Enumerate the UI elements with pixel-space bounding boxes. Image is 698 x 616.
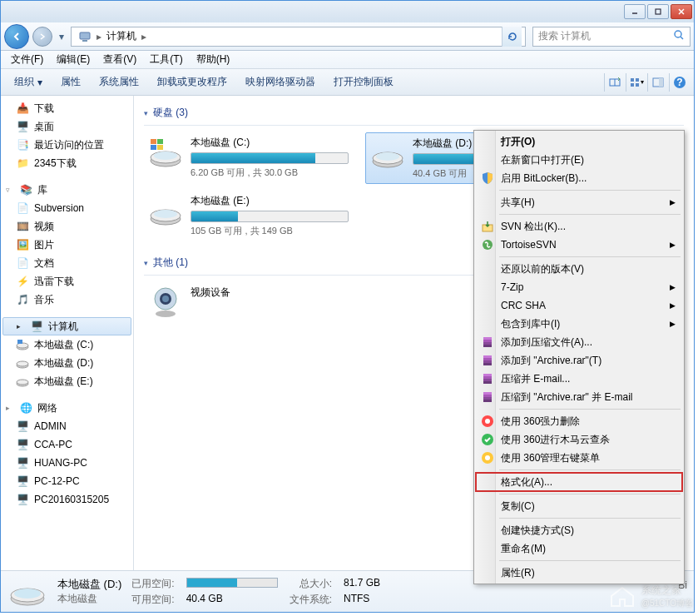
sidebar-drive[interactable]: 本地磁盘 (D:) (1, 354, 133, 372)
sidebar-drive[interactable]: 本地磁盘 (C:) (1, 335, 133, 354)
svg-point-24 (17, 380, 28, 385)
context-item[interactable]: 压缩并 E-mail... (476, 370, 682, 388)
close-button[interactable] (671, 4, 692, 19)
sidebar-drive[interactable]: 本地磁盘 (E:) (1, 372, 133, 390)
context-item[interactable]: 重命名(M) (476, 539, 682, 558)
context-item[interactable]: 包含到库中(I) ▶ (476, 315, 682, 333)
refresh-button[interactable] (502, 27, 522, 47)
view-icon-2[interactable]: ▾ (626, 73, 646, 92)
context-item[interactable]: 创建快捷方式(S) (476, 521, 682, 539)
sidebar-item[interactable]: 📄文档 (1, 254, 133, 272)
sidebar-item[interactable]: 📄Subversion (1, 199, 133, 217)
device-item[interactable]: 视频设备 (144, 282, 352, 322)
svn-icon: 📄 (16, 201, 29, 215)
context-separator (499, 469, 681, 470)
help-icon[interactable]: ? (669, 73, 689, 92)
rar-icon (479, 390, 496, 405)
minimize-button[interactable] (624, 4, 646, 19)
context-item[interactable]: 还原以前的版本(V) (476, 260, 682, 278)
context-item-label: 使用 360强力删除 (501, 415, 580, 429)
sidebar-network[interactable]: ▸🌐网络 (1, 399, 133, 417)
context-item[interactable]: 打开(O) (476, 132, 682, 151)
context-item[interactable]: TortoiseSVN ▶ (476, 236, 682, 254)
forward-button[interactable] (32, 27, 52, 47)
sidebar-item-label: 视频 (34, 220, 54, 234)
sidebar-item[interactable]: 📑最近访问的位置 (1, 136, 133, 154)
context-item[interactable]: 添加到 "Archive.rar"(T) (476, 351, 682, 370)
context-item[interactable]: 在新窗口中打开(E) (476, 151, 682, 169)
context-item[interactable]: 复制(C) (476, 497, 682, 515)
view-icon-1[interactable] (604, 73, 624, 92)
sidebar-item[interactable]: 🎵音乐 (1, 291, 133, 309)
back-button[interactable] (4, 24, 29, 49)
context-item[interactable]: 格式化(A)... (476, 473, 682, 491)
sidebar-network-pc[interactable]: 🖥️PC20160315205 (1, 490, 133, 509)
status-subtitle: 本地磁盘 (57, 592, 121, 606)
breadcrumb-computer[interactable]: 计算机 (103, 29, 140, 43)
context-separator (499, 518, 681, 519)
context-item[interactable]: CRC SHA ▶ (476, 296, 682, 315)
sidebar-computer[interactable]: ▸🖥️计算机 (2, 317, 131, 335)
svg-rect-15 (659, 78, 663, 87)
menu-help[interactable]: 帮助(H) (190, 51, 237, 68)
sidebar-network-pc[interactable]: 🖥️CCA-PC (1, 435, 133, 454)
context-item[interactable]: 使用 360管理右键菜单 (476, 449, 682, 467)
context-item[interactable]: 属性(R) (476, 564, 682, 582)
context-item-label: 7-Zip (501, 281, 523, 293)
sidebar-item-label: 图片 (34, 238, 54, 252)
drive-item[interactable]: 本地磁盘 (C:) 6.20 GB 可用 , 共 30.0 GB (144, 132, 352, 184)
sidebar-network-pc[interactable]: 🖥️ADMIN (1, 417, 133, 435)
sidebar-item[interactable]: ⚡迅雷下载 (1, 272, 133, 291)
context-item[interactable]: 共享(H) ▶ (476, 193, 682, 211)
menu-edit[interactable]: 编辑(E) (50, 51, 97, 68)
sidebar-network-pc[interactable]: 🖥️PC-12-PC (1, 472, 133, 490)
toolbar-control-panel[interactable]: 打开控制面板 (325, 72, 402, 92)
context-item[interactable]: 7-Zip ▶ (476, 278, 682, 296)
sidebar-item[interactable]: 🖥️桌面 (1, 117, 133, 136)
context-item[interactable]: 使用 360进行木马云查杀 (476, 430, 682, 449)
sidebar-network-pc[interactable]: 🖥️HUANG-PC (1, 454, 133, 472)
toolbar-sys-properties[interactable]: 系统属性 (91, 72, 147, 92)
sidebar-item[interactable]: 🖼️图片 (1, 236, 133, 254)
context-item[interactable]: 添加到压缩文件(A)... (476, 333, 682, 351)
context-item[interactable]: 启用 BitLocker(B)... (476, 169, 682, 187)
context-item[interactable]: SVN 检出(K)... (476, 217, 682, 236)
context-item-label: 添加到压缩文件(A)... (501, 335, 592, 350)
search-box[interactable]: 搜索 计算机 (532, 27, 691, 47)
organize-button[interactable]: 组织 ▾ (6, 72, 51, 92)
address-bar[interactable]: ▸ 计算机 ▸ (71, 27, 526, 47)
toolbar-properties[interactable]: 属性 (52, 72, 89, 92)
context-item-label: 使用 360进行木马云查杀 (501, 433, 610, 447)
context-item[interactable]: 使用 360强力删除 (476, 412, 682, 430)
toolbar-uninstall[interactable]: 卸载或更改程序 (149, 72, 235, 92)
group-hdd[interactable]: ▾硬盘 (3) (144, 102, 684, 126)
computer-icon (75, 30, 95, 43)
menu-file[interactable]: 文件(F) (4, 51, 50, 68)
context-item[interactable]: 压缩到 "Archive.rar" 并 E-mail (476, 388, 682, 406)
sidebar-item[interactable]: 🎞️视频 (1, 217, 133, 236)
context-item-label: 属性(R) (501, 566, 535, 580)
context-separator (499, 409, 681, 410)
preview-pane-icon[interactable] (647, 73, 667, 92)
360y-icon (479, 450, 496, 465)
recent-icon: 📑 (16, 138, 29, 152)
drive-item[interactable]: 本地磁盘 (E:) 105 GB 可用 , 共 149 GB (144, 191, 352, 241)
thunder-icon: ⚡ (16, 275, 29, 288)
pc-icon: 🖥️ (16, 456, 29, 469)
svg-rect-13 (636, 83, 639, 87)
maximize-button[interactable] (647, 4, 669, 19)
history-dropdown[interactable]: ▾ (56, 24, 67, 49)
sidebar-item[interactable]: 📁2345下载 (1, 154, 133, 172)
svg-point-22 (17, 361, 28, 366)
free-label: 可用空间: (131, 593, 174, 607)
sidebar-libraries[interactable]: ▿📚库 (1, 181, 133, 199)
submenu-arrow-icon: ▶ (670, 241, 676, 249)
sidebar-item[interactable]: 📥下载 (1, 99, 133, 117)
sidebar-item-label: CCA-PC (34, 439, 72, 450)
svg-rect-57 (483, 376, 492, 379)
toolbar-map-drive[interactable]: 映射网络驱动器 (237, 72, 324, 92)
menu-tools[interactable]: 工具(T) (143, 51, 189, 68)
drive-icon (16, 338, 29, 351)
menu-view[interactable]: 查看(V) (97, 51, 143, 68)
drive-icon (16, 375, 29, 388)
